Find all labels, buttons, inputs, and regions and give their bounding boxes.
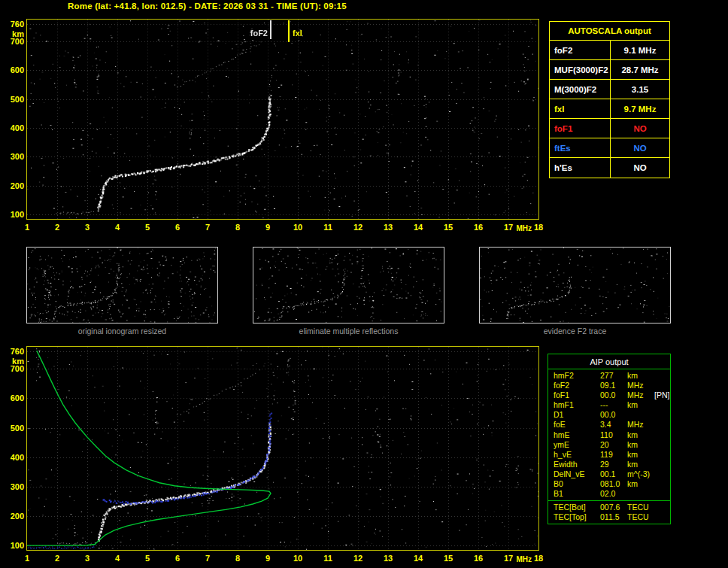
autoscala-param-value: NO: [611, 138, 669, 157]
autoscala-param-label: foF1: [550, 119, 611, 138]
autoscala-row-h'Es: h'EsNO: [550, 158, 669, 178]
thumbnail-canvas-1: [27, 248, 217, 323]
autoscala-param-value: 9.1 MHz: [611, 41, 669, 59]
aip-param-value: 277: [600, 371, 627, 381]
marker-label-foF2: foF2: [250, 29, 268, 38]
autoscala-window: Rome (lat: +41.8, lon: 012.5) - DATE: 20…: [0, 0, 728, 568]
aip-row-hmE: hmE110km: [548, 430, 670, 440]
autoscala-param-label: M(3000)F2: [550, 80, 611, 99]
x-tick-label: 15: [444, 554, 453, 563]
thumbnail-canvas-3: [480, 248, 670, 323]
x-tick-label: 6: [175, 223, 180, 232]
y-tick-label: 200: [5, 512, 24, 521]
x-tick-label: 4: [115, 223, 120, 232]
profile-ionogram-canvas: [27, 347, 538, 550]
station-title: Rome (lat: +41.8, lon: 012.5) - DATE: 20…: [68, 2, 347, 11]
x-tick-label: 14: [414, 223, 423, 232]
aip-param-extra: [654, 489, 670, 499]
aip-param-label: TEC[Bot]: [554, 503, 600, 512]
autoscala-param-label: ftEs: [550, 138, 611, 157]
x-tick-label: 9: [265, 554, 270, 563]
x-tick-label: 3: [85, 554, 89, 563]
y-tick-label: 600: [5, 65, 24, 74]
autoscala-param-value: NO: [611, 119, 669, 138]
x-tick-label: 11: [323, 554, 332, 563]
x-tick-label: 5: [145, 554, 150, 563]
aip-row-TEC[Top]: TEC[Top]011.5TECU: [548, 512, 670, 522]
aip-row-B0: B0081.0km: [548, 479, 670, 489]
x-tick-label: 2: [55, 554, 59, 563]
x-tick-label: 12: [353, 554, 362, 563]
aip-param-extra: [654, 450, 670, 460]
aip-param-value: 00.0: [600, 410, 627, 420]
aip-param-label: B0: [554, 479, 600, 489]
aip-tec-rows: TEC[Bot]007.6TECUTEC[Top]011.5TECU: [548, 500, 670, 522]
y-tick-label: 400: [5, 453, 24, 462]
aip-row-B1: B102.0: [548, 489, 670, 499]
x-tick-label: 18: [534, 223, 543, 232]
x-tick-label: 10: [293, 223, 302, 232]
x-axis-unit-label: MHz: [517, 555, 532, 563]
y-tick-label: 500: [5, 424, 24, 433]
autoscala-row-foF1: foF1NO: [550, 119, 669, 138]
aip-row-h_vE: h_vE119km: [548, 450, 670, 460]
autoscala-row-fxI: fxI9.7 MHz: [550, 99, 669, 119]
aip-param-value: 119: [600, 450, 627, 460]
y-tick-label: 760: [5, 20, 24, 29]
aip-row-foF2: foF209.1MHz: [548, 381, 670, 390]
x-tick-label: 17: [504, 554, 513, 563]
aip-param-value: 29: [600, 460, 627, 469]
aip-param-value: 007.6: [600, 503, 627, 512]
autoscala-table-header: AUTOSCALA output: [550, 22, 669, 41]
aip-param-label: D1: [554, 410, 600, 420]
autoscala-row-M(3000)F2: M(3000)F23.15: [550, 80, 669, 99]
x-tick-label: 7: [205, 223, 210, 232]
aip-param-value: 00.0: [600, 390, 627, 400]
y-tick-label: 100: [5, 210, 24, 219]
aip-row-TEC[Bot]: TEC[Bot]007.6TECU: [548, 503, 670, 512]
aip-param-extra: [654, 512, 670, 522]
aip-param-unit: m^(-3): [627, 469, 654, 479]
aip-param-extra: [654, 420, 670, 430]
aip-output-table: AIP output hmF2277kmfoF209.1MHzfoF100.0M…: [548, 354, 671, 524]
y-axis-unit-label: km: [5, 357, 24, 366]
autoscala-param-label: foF2: [550, 41, 611, 59]
x-tick-label: 3: [85, 223, 89, 232]
aip-param-label: foF1: [554, 390, 600, 400]
aip-param-extra: [654, 410, 670, 420]
aip-param-extra: [PN]: [654, 390, 670, 400]
autoscala-row-ftEs: ftEsNO: [550, 138, 669, 158]
aip-param-extra: [654, 381, 670, 390]
marker-label-fxI: fxI: [293, 29, 302, 38]
aip-param-unit: km: [627, 440, 654, 450]
y-tick-label: 600: [5, 393, 24, 402]
x-axis-unit-label: MHz: [517, 224, 532, 232]
aip-param-unit: km: [627, 479, 654, 489]
autoscala-param-value: 28.7 MHz: [611, 60, 669, 79]
aip-row-ymE: ymE20km: [548, 440, 670, 450]
aip-row-foF1: foF100.0MHz[PN]: [548, 390, 670, 400]
aip-param-unit: km: [627, 430, 654, 440]
x-tick-label: 10: [293, 554, 302, 563]
x-tick-label: 2: [55, 223, 59, 232]
thumbnail-caption: evidence F2 trace: [479, 327, 671, 336]
aip-row-hmF1: hmF1---km: [548, 400, 670, 410]
aip-param-value: 02.0: [600, 489, 627, 499]
autoscala-param-value: NO: [611, 158, 669, 178]
scaled-ionogram-plot: 123456789101112131415161718MHz7607006005…: [26, 19, 539, 220]
autoscala-row-MUF(3000)F2: MUF(3000)F228.7 MHz: [550, 60, 669, 80]
aip-row-DelN_vE: DelN_vE00.1m^(-3): [548, 469, 670, 479]
aip-param-value: 3.4: [600, 420, 627, 430]
aip-param-value: 00.1: [600, 469, 627, 479]
aip-param-label: TEC[Top]: [554, 512, 600, 522]
thumbnail-panel-2: [253, 247, 444, 323]
aip-param-unit: km: [627, 400, 654, 410]
aip-param-label: foF2: [554, 381, 600, 390]
aip-table-header: AIP output: [548, 354, 670, 369]
x-tick-label: 4: [115, 554, 120, 563]
aip-param-unit: TECU: [627, 503, 654, 512]
aip-param-value: ---: [600, 400, 627, 410]
aip-param-value: 081.0: [600, 479, 627, 489]
y-tick-label: 400: [5, 123, 24, 132]
aip-param-label: hmE: [554, 430, 600, 440]
